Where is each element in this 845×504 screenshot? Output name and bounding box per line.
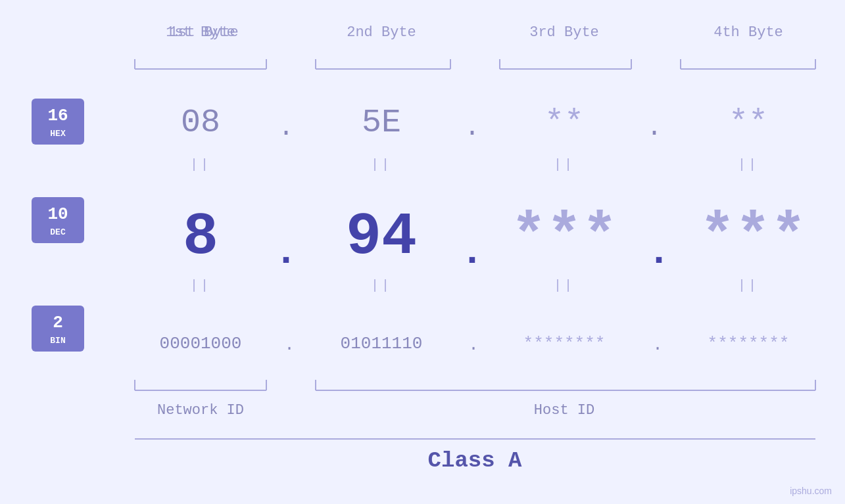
svg-text:||: || bbox=[371, 157, 392, 172]
main-layout: 1st Byte 16 HEX 10 DEC 2 BIN bbox=[0, 0, 845, 504]
svg-text:16: 16 bbox=[47, 106, 68, 126]
svg-text:2nd Byte: 2nd Byte bbox=[347, 24, 416, 41]
svg-text:Class A: Class A bbox=[428, 448, 522, 473]
svg-text:BIN: BIN bbox=[50, 336, 65, 346]
svg-text:DEC: DEC bbox=[50, 227, 66, 237]
svg-text:94: 94 bbox=[346, 204, 417, 271]
svg-text:||: || bbox=[554, 157, 575, 172]
svg-text:********: ******** bbox=[523, 334, 606, 354]
svg-text:Host ID: Host ID bbox=[534, 402, 594, 419]
svg-text:***: *** bbox=[511, 204, 617, 271]
svg-text:.: . bbox=[460, 230, 484, 275]
svg-text:.: . bbox=[646, 113, 662, 143]
svg-text:1st Byte: 1st Byte bbox=[166, 24, 235, 41]
svg-text:.: . bbox=[468, 335, 479, 355]
svg-text:8: 8 bbox=[183, 204, 218, 271]
svg-text:.: . bbox=[647, 230, 671, 275]
svg-text:2: 2 bbox=[53, 313, 63, 332]
svg-text:01011110: 01011110 bbox=[341, 334, 423, 354]
svg-text:||: || bbox=[371, 278, 392, 293]
svg-text:||: || bbox=[554, 278, 575, 293]
svg-text:.: . bbox=[464, 113, 480, 143]
svg-text:08: 08 bbox=[181, 104, 220, 141]
svg-text:**: ** bbox=[729, 104, 768, 141]
svg-text:.: . bbox=[278, 113, 294, 143]
svg-text:3rd Byte: 3rd Byte bbox=[529, 24, 599, 41]
svg-text:.: . bbox=[284, 335, 295, 355]
svg-text:**: ** bbox=[544, 104, 584, 141]
svg-text:.: . bbox=[274, 230, 298, 275]
svg-text:||: || bbox=[190, 278, 211, 293]
svg-text:||: || bbox=[738, 157, 759, 172]
svg-text:5E: 5E bbox=[362, 104, 401, 141]
svg-text:00001000: 00001000 bbox=[160, 334, 242, 354]
svg-text:||: || bbox=[738, 278, 759, 293]
svg-text:********: ******** bbox=[708, 334, 790, 354]
svg-text:||: || bbox=[190, 157, 211, 172]
svg-text:***: *** bbox=[700, 204, 806, 271]
svg-text:.: . bbox=[652, 335, 663, 355]
svg-text:Network ID: Network ID bbox=[157, 402, 244, 419]
svg-text:10: 10 bbox=[47, 204, 68, 224]
svg-text:ipshu.com: ipshu.com bbox=[790, 486, 832, 496]
svg-text:4th Byte: 4th Byte bbox=[713, 24, 783, 41]
svg-text:HEX: HEX bbox=[50, 129, 66, 139]
